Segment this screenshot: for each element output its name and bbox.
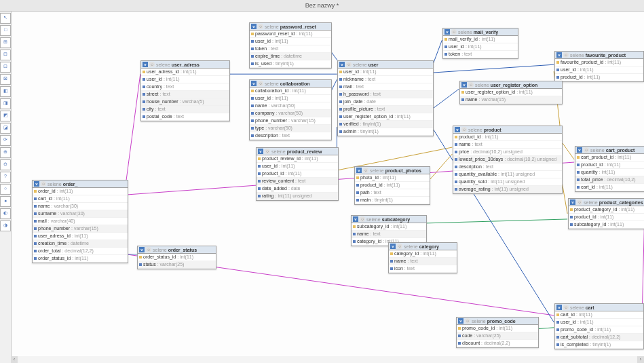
column-name[interactable]: name : varchar(15): [460, 96, 562, 104]
column-admin[interactable]: admin : tinyint(1): [338, 128, 433, 136]
option-icon[interactable]: ○: [363, 168, 368, 173]
table-cart_product[interactable]: v○ selene cart_productcart_product_id : …: [575, 146, 644, 192]
column-street[interactable]: street : text: [141, 91, 229, 98]
table-collaboration[interactable]: v○ selene collaborationcollaboration_id …: [249, 79, 332, 140]
column-quantity_available[interactable]: quantity_available : int(11) unsigned: [453, 171, 562, 178]
scroll-track[interactable]: [18, 356, 637, 363]
column-cart_subtotal[interactable]: cart_subtotal : decimal(12,2): [555, 334, 643, 341]
column-rating[interactable]: rating : int(11) unsigned: [257, 193, 338, 200]
table-order_status[interactable]: v○ selene order_statusorder_status_id : …: [137, 246, 216, 269]
table-header[interactable]: v○ selene collaboration: [250, 80, 331, 88]
column-subcategory_id[interactable]: subcategory_id : int(11): [352, 223, 426, 231]
column-order_status_id[interactable]: order_status_id : int(11): [33, 255, 128, 263]
table-header[interactable]: v○ selene user_adress: [141, 61, 229, 69]
toolbar-button-1[interactable]: □: [0, 25, 11, 36]
table-header[interactable]: v○ selene password_reset: [250, 23, 331, 31]
column-promo_code_id[interactable]: promo_code_id : int(11): [555, 326, 643, 334]
table-header[interactable]: v○ selene user_register_option: [460, 81, 562, 89]
column-token[interactable]: token : text: [250, 45, 331, 53]
table-header[interactable]: v○ selene user: [338, 61, 433, 69]
table-favourite_product[interactable]: v○ selene favourite_productfavourite_pro…: [554, 51, 644, 82]
column-cart_product_id[interactable]: cart_product_id : int(11): [575, 154, 644, 161]
table-header[interactable]: v○ selene cart_product: [575, 147, 644, 154]
table-user_register_option[interactable]: v○ selene user_register_optionuser_regis…: [459, 81, 563, 104]
column-subcategory_id[interactable]: subcategory_id : int(11): [569, 221, 644, 229]
column-cart_id[interactable]: cart_id : int(11): [575, 184, 644, 191]
column-profile_picture[interactable]: profile_picture : text: [338, 106, 433, 113]
column-phone_number[interactable]: phone_number : varchar(15): [250, 117, 331, 125]
column-surname[interactable]: surname : varchar(30): [33, 210, 128, 218]
column-status[interactable]: status : varchar(25): [138, 261, 216, 269]
column-product_id[interactable]: product_id : int(11): [453, 134, 562, 141]
column-collaboration_id[interactable]: collaboration_id : int(11): [250, 88, 331, 95]
table-cart[interactable]: v○ selene cartcart_id : int(11)user_id :…: [554, 303, 644, 349]
table-promo_code[interactable]: v○ selene promo_codepromo_code_id : int(…: [456, 317, 539, 348]
table-header[interactable]: v○ selene product_review: [257, 148, 338, 155]
column-date_added[interactable]: date_added : date: [257, 185, 338, 193]
toolbar-button-15[interactable]: ●: [0, 196, 11, 207]
column-user_id[interactable]: user_id : int(11): [250, 38, 331, 45]
column-user_id[interactable]: user_id : int(11): [555, 66, 643, 74]
option-icon[interactable]: ○: [397, 244, 402, 249]
toolbar-button-5[interactable]: ⊠: [0, 74, 11, 85]
toolbar-button-2[interactable]: ⊞: [0, 37, 11, 48]
column-review_content[interactable]: review_content : text: [257, 178, 338, 185]
column-user_adress_id[interactable]: user_adress_id : int(11): [141, 69, 229, 76]
table-product_photos[interactable]: v○ selene product_photosphoto_id : int(1…: [354, 166, 430, 205]
column-mail[interactable]: mail : varchar(40): [33, 218, 128, 225]
table-user_adress[interactable]: v○ selene user_adressuser_adress_id : in…: [140, 60, 230, 121]
table-password_reset[interactable]: v○ selene password_resetpassword_reset_i…: [249, 22, 332, 69]
column-user_id[interactable]: user_id : int(11): [250, 95, 331, 102]
column-product_id[interactable]: product_id : int(11): [555, 74, 643, 81]
column-name[interactable]: name : text: [389, 258, 457, 265]
column-verified[interactable]: verified : tinyint(1): [338, 121, 433, 128]
column-description[interactable]: description : text: [453, 164, 562, 171]
column-product_id[interactable]: product_id : int(11): [355, 182, 430, 189]
table-order_[interactable]: v○ selene order_order_id : int(11)cart_i…: [32, 180, 128, 263]
column-password_reset_id[interactable]: password_reset_id : int(11): [250, 31, 331, 38]
column-total_price[interactable]: total_price : decimal(10,2): [575, 176, 644, 184]
column-user_id[interactable]: user_id : int(11): [338, 69, 433, 76]
column-mail_verify_id[interactable]: mail_verify_id : int(11): [443, 36, 518, 43]
column-order_id[interactable]: order_id : int(11): [33, 188, 128, 195]
table-category[interactable]: v○ selene categorycategory_id : int(11)n…: [388, 242, 457, 273]
diagram-canvas[interactable]: v○ selene password_resetpassword_reset_i…: [12, 12, 644, 363]
toolbar-button-4[interactable]: ⊡: [0, 62, 11, 73]
column-creation_time[interactable]: creation_time : datetime: [33, 240, 128, 248]
column-company[interactable]: company : varchar(50): [250, 110, 331, 117]
table-product_review[interactable]: v○ selene product_reviewproduct_review_i…: [256, 147, 339, 201]
table-product_categories[interactable]: v○ selene product_categoriesproduct_cate…: [568, 198, 644, 229]
column-order_total[interactable]: order_total : decimal(12,2): [33, 248, 128, 255]
column-quantity[interactable]: quantity : int(11): [575, 169, 644, 176]
column-price[interactable]: price : decimal(10,2) unsigned: [453, 149, 562, 156]
column-phone_number[interactable]: phone_number : varchar(15): [33, 225, 128, 233]
column-name[interactable]: name : text: [453, 141, 562, 149]
option-icon[interactable]: ○: [577, 199, 582, 205]
table-header[interactable]: v○ selene favourite_product: [555, 52, 643, 59]
table-header[interactable]: v○ selene mail_verify: [443, 28, 518, 36]
toolbar-button-17[interactable]: ◑: [0, 221, 11, 231]
option-icon[interactable]: ○: [346, 62, 352, 67]
column-city[interactable]: city : text: [141, 106, 229, 113]
column-main[interactable]: main : tinyint(1): [355, 197, 430, 204]
column-promo_code_id[interactable]: promo_code_id : int(11): [457, 325, 538, 332]
column-h_password[interactable]: h_password : text: [338, 91, 433, 98]
option-icon[interactable]: ○: [149, 62, 155, 67]
table-header[interactable]: v○ selene order_status: [138, 246, 216, 254]
column-user_id[interactable]: user_id : int(11): [443, 43, 518, 51]
table-header[interactable]: v○ selene subcategory: [352, 216, 426, 223]
column-cart_id[interactable]: cart_id : int(11): [33, 195, 128, 203]
scroll-left-arrow[interactable]: ‹: [11, 356, 18, 363]
toolbar-button-0[interactable]: ↖: [0, 13, 11, 24]
column-mail[interactable]: mail : text: [338, 83, 433, 91]
toolbar-button-6[interactable]: ◧: [0, 86, 11, 97]
table-header[interactable]: v○ selene product_categories: [569, 199, 644, 206]
column-name[interactable]: name : text: [352, 231, 426, 238]
option-icon[interactable]: ○: [584, 147, 589, 153]
option-icon[interactable]: ○: [461, 127, 467, 132]
toolbar-button-3[interactable]: ⊟: [0, 50, 11, 60]
horizontal-scrollbar[interactable]: ‹ ›: [11, 356, 644, 363]
column-discount[interactable]: discount : decimal(2,2): [457, 340, 538, 347]
column-product_review_id[interactable]: product_review_id : int(11): [257, 155, 338, 163]
table-header[interactable]: v○ selene promo_code: [457, 318, 538, 325]
